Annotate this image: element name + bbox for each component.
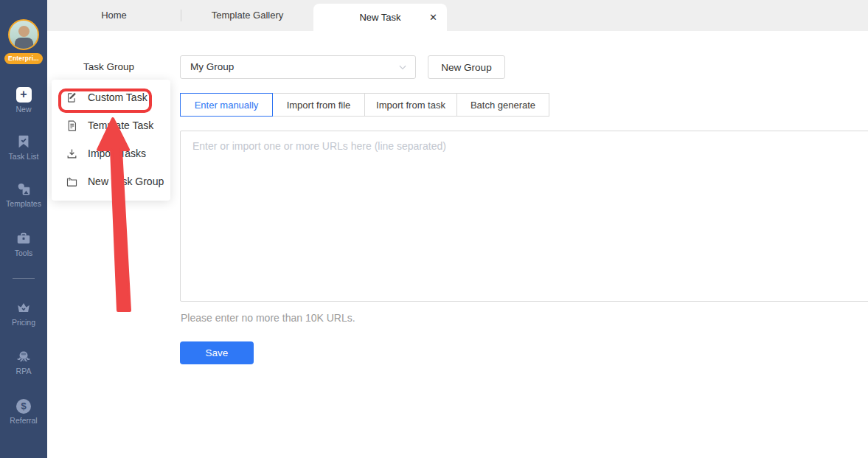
close-icon[interactable]: ✕ xyxy=(429,4,437,31)
mode-import-from-task[interactable]: Import from task xyxy=(364,93,457,117)
tab-bar: Home Template Gallery New Task ✕ xyxy=(47,0,868,31)
crown-icon xyxy=(0,299,47,316)
tab-new-task-label: New Task xyxy=(359,12,400,23)
app-root: Enterpri... + New Task List Templates To… xyxy=(0,0,868,458)
tab-template-gallery[interactable]: Template Gallery xyxy=(181,0,313,31)
chevron-down-icon xyxy=(397,62,408,75)
task-menu: Custom Task Template Task Import Tasks N… xyxy=(52,80,170,201)
sidebar: Enterpri... + New Task List Templates To… xyxy=(0,0,47,458)
bookmark-check-icon xyxy=(0,133,47,150)
main-content: Task Group My Group New Group Custom Tas… xyxy=(47,31,868,458)
url-limit-helper-text: Please enter no more than 10K URLs. xyxy=(181,312,355,324)
new-group-button[interactable]: New Group xyxy=(428,55,505,79)
template-doc-icon xyxy=(66,119,78,132)
menu-item-new-task-group[interactable]: New Task Group xyxy=(52,167,170,195)
save-button[interactable]: Save xyxy=(180,341,254,364)
url-mode-group: Enter manually Import from file Import f… xyxy=(180,93,549,117)
sidebar-divider xyxy=(13,278,35,279)
menu-item-template-task[interactable]: Template Task xyxy=(52,111,170,139)
task-group-label: Task Group xyxy=(83,61,134,72)
menu-item-label: Custom Task xyxy=(88,91,147,103)
menu-item-import-tasks[interactable]: Import Tasks xyxy=(52,139,170,167)
avatar-photo xyxy=(8,19,39,50)
tab-home[interactable]: Home xyxy=(47,0,181,31)
dollar-circle-icon: $ xyxy=(0,398,47,414)
task-group-selected-value: My Group xyxy=(190,56,234,78)
mode-enter-manually[interactable]: Enter manually xyxy=(180,93,273,117)
sidebar-item-rpa[interactable]: RPA xyxy=(0,348,47,375)
sidebar-item-tools[interactable]: Tools xyxy=(0,230,47,257)
sidebar-item-referral[interactable]: $ Referral xyxy=(0,398,47,425)
edit-task-icon xyxy=(66,91,78,104)
sidebar-item-new[interactable]: + New xyxy=(0,86,47,114)
mode-batch-generate[interactable]: Batch generate xyxy=(456,93,549,117)
octopus-icon xyxy=(0,348,47,364)
plan-badge: Enterpri... xyxy=(4,53,43,64)
sidebar-item-templates[interactable]: Templates xyxy=(0,181,47,208)
task-group-select[interactable]: My Group xyxy=(180,55,416,79)
mode-import-from-file[interactable]: Import from file xyxy=(272,93,365,117)
sidebar-item-pricing[interactable]: Pricing xyxy=(0,299,47,327)
menu-item-custom-task[interactable]: Custom Task xyxy=(52,83,170,111)
menu-item-label: Import Tasks xyxy=(88,148,146,159)
menu-item-label: New Task Group xyxy=(88,176,164,187)
folder-plus-icon xyxy=(66,176,78,188)
briefcase-icon xyxy=(0,230,47,246)
account-avatar[interactable]: Enterpri... xyxy=(0,19,47,64)
plus-icon: + xyxy=(0,86,47,103)
urls-textarea[interactable] xyxy=(180,131,868,302)
import-icon xyxy=(66,148,78,160)
tab-new-task[interactable]: New Task ✕ xyxy=(313,4,447,31)
menu-item-label: Template Task xyxy=(88,119,153,131)
sidebar-item-task-list[interactable]: Task List xyxy=(0,133,47,161)
templates-icon xyxy=(0,181,47,197)
